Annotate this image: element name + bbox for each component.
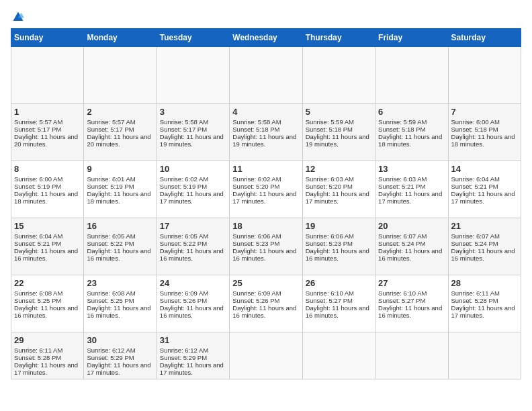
sunset-text: Sunset: 5:19 PM bbox=[87, 183, 153, 190]
sunset-text: Sunset: 5:25 PM bbox=[14, 297, 81, 304]
daylight-text: Daylight: 11 hours and 18 minutes. bbox=[87, 190, 153, 205]
daylight-text: Daylight: 11 hours and 17 minutes. bbox=[160, 190, 226, 205]
calendar-cell: 14Sunrise: 6:04 AMSunset: 5:21 PMDayligh… bbox=[448, 161, 521, 218]
sunset-text: Sunset: 5:29 PM bbox=[160, 354, 226, 361]
day-number: 4 bbox=[232, 107, 299, 117]
sunset-text: Sunset: 5:23 PM bbox=[306, 240, 372, 247]
sunset-text: Sunset: 5:26 PM bbox=[160, 297, 226, 304]
daylight-text: Daylight: 11 hours and 17 minutes. bbox=[451, 304, 518, 319]
calendar-cell bbox=[84, 47, 157, 104]
sunset-text: Sunset: 5:22 PM bbox=[160, 240, 226, 247]
day-number: 14 bbox=[451, 164, 518, 174]
daylight-text: Daylight: 11 hours and 16 minutes. bbox=[378, 304, 445, 319]
column-header-thursday: Thursday bbox=[302, 29, 375, 47]
calendar-cell: 30Sunrise: 6:12 AMSunset: 5:29 PMDayligh… bbox=[84, 332, 157, 379]
sunrise-text: Sunrise: 6:10 AM bbox=[306, 289, 372, 297]
day-number: 15 bbox=[14, 221, 81, 231]
calendar-cell: 12Sunrise: 6:03 AMSunset: 5:20 PMDayligh… bbox=[302, 161, 375, 218]
calendar-cell bbox=[11, 47, 84, 104]
calendar-cell: 26Sunrise: 6:10 AMSunset: 5:27 PMDayligh… bbox=[302, 275, 375, 332]
calendar-table: SundayMondayTuesdayWednesdayThursdayFrid… bbox=[11, 28, 521, 379]
sunset-text: Sunset: 5:17 PM bbox=[87, 126, 153, 133]
calendar-cell bbox=[230, 332, 302, 379]
day-number: 25 bbox=[232, 278, 299, 288]
daylight-text: Daylight: 11 hours and 17 minutes. bbox=[87, 361, 153, 376]
daylight-text: Daylight: 11 hours and 16 minutes. bbox=[378, 247, 445, 262]
sunrise-text: Sunrise: 5:57 AM bbox=[87, 118, 153, 126]
calendar-cell: 23Sunrise: 6:08 AMSunset: 5:25 PMDayligh… bbox=[84, 275, 157, 332]
sunrise-text: Sunrise: 6:10 AM bbox=[378, 289, 445, 297]
calendar-cell: 19Sunrise: 6:06 AMSunset: 5:23 PMDayligh… bbox=[302, 218, 375, 275]
sunrise-text: Sunrise: 6:09 AM bbox=[232, 289, 299, 297]
day-number: 20 bbox=[378, 221, 445, 231]
calendar-cell: 7Sunrise: 6:00 AMSunset: 5:18 PMDaylight… bbox=[448, 104, 521, 161]
calendar-cell: 17Sunrise: 6:05 AMSunset: 5:22 PMDayligh… bbox=[157, 218, 229, 275]
day-number: 30 bbox=[87, 335, 153, 345]
sunset-text: Sunset: 5:27 PM bbox=[378, 297, 445, 304]
sunset-text: Sunset: 5:28 PM bbox=[14, 354, 81, 361]
day-number: 17 bbox=[160, 221, 226, 231]
day-number: 12 bbox=[306, 164, 372, 174]
sunrise-text: Sunrise: 5:58 AM bbox=[232, 118, 299, 126]
sunset-text: Sunset: 5:18 PM bbox=[306, 126, 372, 133]
sunrise-text: Sunrise: 6:00 AM bbox=[451, 118, 518, 126]
calendar-cell bbox=[302, 332, 375, 379]
calendar-cell: 15Sunrise: 6:04 AMSunset: 5:21 PMDayligh… bbox=[11, 218, 84, 275]
daylight-text: Daylight: 11 hours and 16 minutes. bbox=[87, 304, 153, 319]
sunset-text: Sunset: 5:19 PM bbox=[14, 183, 81, 190]
day-number: 23 bbox=[87, 278, 153, 288]
day-number: 26 bbox=[306, 278, 372, 288]
sunrise-text: Sunrise: 6:06 AM bbox=[232, 232, 299, 240]
calendar-cell: 29Sunrise: 6:11 AMSunset: 5:28 PMDayligh… bbox=[11, 332, 84, 379]
calendar-cell: 22Sunrise: 6:08 AMSunset: 5:25 PMDayligh… bbox=[11, 275, 84, 332]
calendar-cell: 31Sunrise: 6:12 AMSunset: 5:29 PMDayligh… bbox=[157, 332, 229, 379]
day-number: 28 bbox=[451, 278, 518, 288]
day-number: 18 bbox=[232, 221, 299, 231]
day-number: 3 bbox=[160, 107, 226, 117]
day-number: 7 bbox=[451, 107, 518, 117]
column-header-monday: Monday bbox=[84, 29, 157, 47]
daylight-text: Daylight: 11 hours and 17 minutes. bbox=[378, 190, 445, 205]
calendar-cell bbox=[448, 332, 521, 379]
logo bbox=[11, 11, 24, 23]
daylight-text: Daylight: 11 hours and 18 minutes. bbox=[14, 190, 81, 205]
daylight-text: Daylight: 11 hours and 19 minutes. bbox=[306, 133, 372, 148]
daylight-text: Daylight: 11 hours and 17 minutes. bbox=[451, 190, 518, 205]
column-header-tuesday: Tuesday bbox=[157, 29, 229, 47]
calendar-week-3: 15Sunrise: 6:04 AMSunset: 5:21 PMDayligh… bbox=[11, 218, 521, 275]
sunset-text: Sunset: 5:18 PM bbox=[232, 126, 299, 133]
daylight-text: Daylight: 11 hours and 16 minutes. bbox=[451, 247, 518, 262]
daylight-text: Daylight: 11 hours and 16 minutes. bbox=[232, 247, 299, 262]
daylight-text: Daylight: 11 hours and 17 minutes. bbox=[306, 190, 372, 205]
daylight-text: Daylight: 11 hours and 16 minutes. bbox=[87, 247, 153, 262]
calendar-cell: 10Sunrise: 6:02 AMSunset: 5:19 PMDayligh… bbox=[157, 161, 229, 218]
sunset-text: Sunset: 5:21 PM bbox=[14, 240, 81, 247]
sunrise-text: Sunrise: 6:02 AM bbox=[232, 175, 299, 183]
calendar-cell: 2Sunrise: 5:57 AMSunset: 5:17 PMDaylight… bbox=[84, 104, 157, 161]
column-header-sunday: Sunday bbox=[11, 29, 84, 47]
calendar-week-0 bbox=[11, 47, 521, 104]
daylight-text: Daylight: 11 hours and 16 minutes. bbox=[306, 304, 372, 319]
calendar-cell: 4Sunrise: 5:58 AMSunset: 5:18 PMDaylight… bbox=[230, 104, 302, 161]
day-number: 13 bbox=[378, 164, 445, 174]
daylight-text: Daylight: 11 hours and 18 minutes. bbox=[451, 133, 518, 148]
sunset-text: Sunset: 5:17 PM bbox=[160, 126, 226, 133]
sunset-text: Sunset: 5:21 PM bbox=[378, 183, 445, 190]
daylight-text: Daylight: 11 hours and 16 minutes. bbox=[306, 247, 372, 262]
calendar-week-5: 29Sunrise: 6:11 AMSunset: 5:28 PMDayligh… bbox=[11, 332, 521, 379]
column-header-wednesday: Wednesday bbox=[230, 29, 302, 47]
sunset-text: Sunset: 5:28 PM bbox=[451, 297, 518, 304]
day-number: 8 bbox=[14, 164, 81, 174]
sunrise-text: Sunrise: 6:11 AM bbox=[451, 289, 518, 297]
sunset-text: Sunset: 5:18 PM bbox=[378, 126, 445, 133]
daylight-text: Daylight: 11 hours and 19 minutes. bbox=[160, 133, 226, 148]
sunrise-text: Sunrise: 6:08 AM bbox=[87, 289, 153, 297]
calendar-week-2: 8Sunrise: 6:00 AMSunset: 5:19 PMDaylight… bbox=[11, 161, 521, 218]
sunrise-text: Sunrise: 6:07 AM bbox=[451, 232, 518, 240]
sunset-text: Sunset: 5:22 PM bbox=[87, 240, 153, 247]
calendar-cell bbox=[375, 47, 448, 104]
calendar-cell: 25Sunrise: 6:09 AMSunset: 5:26 PMDayligh… bbox=[230, 275, 302, 332]
sunrise-text: Sunrise: 6:12 AM bbox=[87, 347, 153, 354]
day-number: 6 bbox=[378, 107, 445, 117]
calendar-cell: 18Sunrise: 6:06 AMSunset: 5:23 PMDayligh… bbox=[230, 218, 302, 275]
